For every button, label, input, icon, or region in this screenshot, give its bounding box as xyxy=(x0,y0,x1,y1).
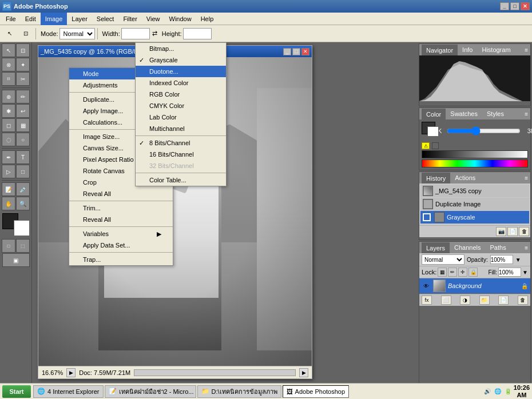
menu-trim-item[interactable]: Trim... xyxy=(69,202,173,214)
healing-brush-tool[interactable]: ⊕ xyxy=(2,90,15,103)
zoom-indicator[interactable]: ▶ xyxy=(66,368,76,377)
tab-navigator[interactable]: Navigator xyxy=(422,44,458,55)
shape-tool[interactable]: □ xyxy=(16,165,30,178)
size-swap-icon[interactable]: ⇄ xyxy=(151,30,158,37)
blend-mode-select[interactable]: Normal xyxy=(422,254,464,265)
mode-color-table-item[interactable]: Color Table... xyxy=(136,174,226,186)
layer-group-btn[interactable]: 📁 xyxy=(479,296,490,305)
menu-variables-item[interactable]: Variables ▶ xyxy=(69,228,173,240)
mode-16bit-item[interactable]: 16 Bits/Channel xyxy=(136,149,226,160)
mode-lab-item[interactable]: Lab Color xyxy=(136,111,226,123)
mode-8bit-item[interactable]: 8 Bits/Channel xyxy=(136,137,226,149)
eraser-tool[interactable]: ◻ xyxy=(2,118,15,132)
background-color[interactable] xyxy=(14,220,30,236)
notes-tool[interactable]: 📝 xyxy=(2,182,15,196)
quick-mask-mode[interactable]: ⬚ xyxy=(16,239,30,253)
new-snapshot-btn[interactable]: 📷 xyxy=(496,227,506,236)
history-brush-tool[interactable]: ↩ xyxy=(16,104,30,118)
doc-minimize[interactable]: _ xyxy=(283,48,291,55)
menu-edit[interactable]: Edit xyxy=(21,13,41,25)
mode-rgb-item[interactable]: RGB Color xyxy=(136,89,226,100)
layer-fx-btn[interactable]: fx xyxy=(422,296,432,305)
tab-paths[interactable]: Paths xyxy=(486,242,511,253)
mode-grayscale-item[interactable]: Grayscale xyxy=(136,54,226,66)
close-button[interactable]: ✕ xyxy=(521,2,530,10)
lock-all-btn[interactable]: 🔒 xyxy=(469,268,478,277)
opacity-input[interactable] xyxy=(490,255,513,264)
crop-tool[interactable]: ⌗ xyxy=(2,72,15,86)
menu-filter[interactable]: Filter xyxy=(118,13,141,25)
menu-window[interactable]: Window xyxy=(165,13,196,25)
menu-select[interactable]: Select xyxy=(92,13,119,25)
doc-maximize[interactable]: □ xyxy=(292,48,300,55)
clone-stamp-tool[interactable]: ✱ xyxy=(2,104,15,118)
delete-layer-btn[interactable]: 🗑 xyxy=(518,296,528,305)
menu-trap-item[interactable]: Trap... xyxy=(69,254,173,265)
hand-tool[interactable]: ✋ xyxy=(2,197,15,210)
lasso-tool[interactable]: ⊗ xyxy=(2,58,15,71)
lock-transparent-btn[interactable]: ▦ xyxy=(438,268,447,277)
text-tool[interactable]: T xyxy=(16,150,30,164)
tool-options-btn[interactable]: ↖ xyxy=(2,27,17,41)
menu-layer[interactable]: Layer xyxy=(67,13,92,25)
layer-eye-background[interactable]: 👁 xyxy=(422,281,431,290)
opacity-arrow[interactable]: ▼ xyxy=(515,257,521,263)
minimize-button[interactable]: _ xyxy=(500,2,509,10)
magic-wand-tool[interactable]: ✦ xyxy=(16,58,30,71)
slice-tool[interactable]: ✂ xyxy=(16,72,30,86)
taskbar-ie[interactable]: 🌐 4 Internet Explorer xyxy=(33,385,104,398)
zoom-tool[interactable]: 🔍 xyxy=(16,197,30,210)
lock-position-btn[interactable]: ✛ xyxy=(458,268,467,277)
gradient-tool[interactable]: ▦ xyxy=(16,118,30,132)
history-item-2[interactable]: Grayscale xyxy=(420,211,529,224)
mode-indexed-color-item[interactable]: Indexed Color xyxy=(136,77,226,89)
menu-view[interactable]: View xyxy=(142,13,165,25)
brush-tool[interactable]: ✏ xyxy=(16,90,30,103)
standard-mode[interactable]: □ xyxy=(2,239,15,253)
start-button[interactable]: Start xyxy=(2,385,31,398)
delete-state-btn[interactable]: 🗑 xyxy=(519,227,529,236)
history-item-0[interactable]: _MG_5435 copy xyxy=(420,185,529,197)
taskbar-folder[interactable]: 📁 D:\เทคนิคการข้อมูลภาพ xyxy=(197,385,281,398)
tab-styles[interactable]: Styles xyxy=(482,108,509,119)
mode-bitmap-item[interactable]: Bitmap... xyxy=(136,43,226,54)
layer-background[interactable]: 👁 Background 🔒 xyxy=(419,278,530,293)
maximize-button[interactable]: □ xyxy=(510,2,519,10)
pen-tool[interactable]: ✒ xyxy=(2,150,15,164)
tab-actions[interactable]: Actions xyxy=(450,172,480,183)
layer-adjustment-btn[interactable]: ◑ xyxy=(460,296,470,305)
mode-cmyk-item[interactable]: CMYK Color xyxy=(136,100,226,111)
mode-multichannel-item[interactable]: Multichannel xyxy=(136,123,226,134)
tab-swatches[interactable]: Swatches xyxy=(446,108,482,119)
color-gradient-bar[interactable] xyxy=(422,150,528,158)
blur-tool[interactable]: ◌ xyxy=(2,133,15,146)
fill-input[interactable] xyxy=(498,268,521,277)
history-panel-close[interactable]: ≡ xyxy=(525,175,528,181)
menu-help[interactable]: Help xyxy=(196,13,219,25)
mode-select[interactable]: Normal xyxy=(59,28,95,39)
tab-channels[interactable]: Channels xyxy=(450,242,485,253)
dodge-tool[interactable]: ○ xyxy=(16,133,30,146)
taskbar-photoshop[interactable]: 🖼 Adobe Photoshop xyxy=(283,385,349,398)
k-slider[interactable] xyxy=(447,127,521,134)
tab-histogram[interactable]: Histogram xyxy=(477,44,515,55)
rainbow-bar[interactable] xyxy=(422,159,528,167)
menu-reveal-all-item[interactable]: Reveal All xyxy=(69,188,173,200)
eyedropper-tool[interactable]: 💉 xyxy=(16,182,30,196)
history-item-1[interactable]: Duplicate Image xyxy=(420,198,529,210)
tab-info[interactable]: Info xyxy=(458,44,477,55)
new-layer-btn[interactable]: 📄 xyxy=(498,296,509,305)
menu-reveal-all-2-item[interactable]: Reveal All xyxy=(69,214,173,225)
fill-arrow[interactable]: ▼ xyxy=(522,269,528,276)
screen-mode[interactable]: ▣ xyxy=(2,253,30,267)
tab-color[interactable]: Color xyxy=(422,108,446,119)
mode-duotone-item[interactable]: Duotone... xyxy=(136,66,226,77)
width-input[interactable] xyxy=(121,28,150,39)
marquee-tool[interactable]: ⊡ xyxy=(16,43,30,57)
new-document-btn[interactable]: 📄 xyxy=(507,227,518,236)
taskbar-word[interactable]: 📝 เทคนิคฝาม์มือช่า2 - Micro... xyxy=(105,385,196,398)
lock-image-btn[interactable]: ✏ xyxy=(448,268,457,277)
background-swatch[interactable] xyxy=(427,126,439,137)
marquee-btn[interactable]: ⊡ xyxy=(18,27,33,41)
menu-image[interactable]: Image xyxy=(41,13,68,25)
